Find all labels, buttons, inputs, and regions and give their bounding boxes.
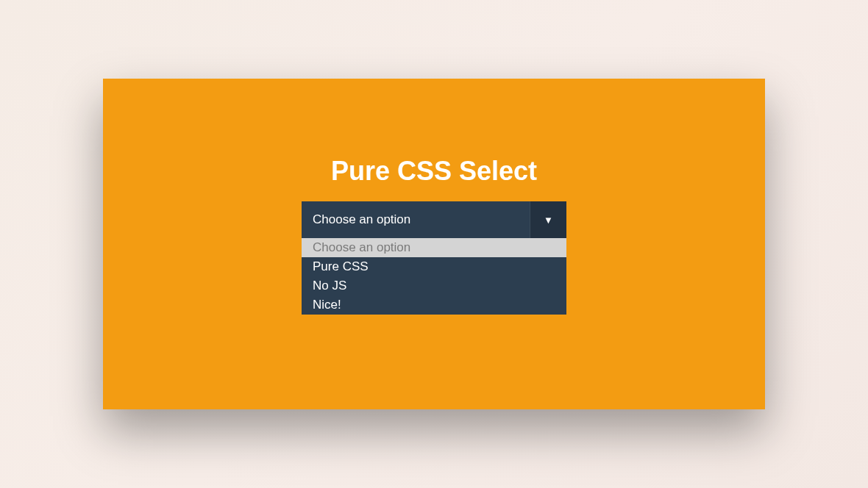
select-arrow-button[interactable]: ▼ bbox=[530, 201, 566, 238]
select-option[interactable]: Pure CSS bbox=[302, 257, 566, 276]
select-header[interactable]: Choose an option ▼ bbox=[302, 201, 566, 238]
demo-card: Pure CSS Select Choose an option ▼ Choos… bbox=[103, 79, 765, 409]
select-option[interactable]: No JS bbox=[302, 276, 566, 295]
select-dropdown[interactable]: Choose an option ▼ Choose an option Pure… bbox=[302, 201, 566, 315]
page-title: Pure CSS Select bbox=[331, 156, 537, 187]
select-option[interactable]: Nice! bbox=[302, 295, 566, 315]
select-current-value: Choose an option bbox=[302, 201, 530, 238]
select-option[interactable]: Choose an option bbox=[302, 238, 566, 257]
select-options-list: Choose an option Pure CSS No JS Nice! bbox=[302, 238, 566, 315]
chevron-down-icon: ▼ bbox=[544, 215, 553, 226]
